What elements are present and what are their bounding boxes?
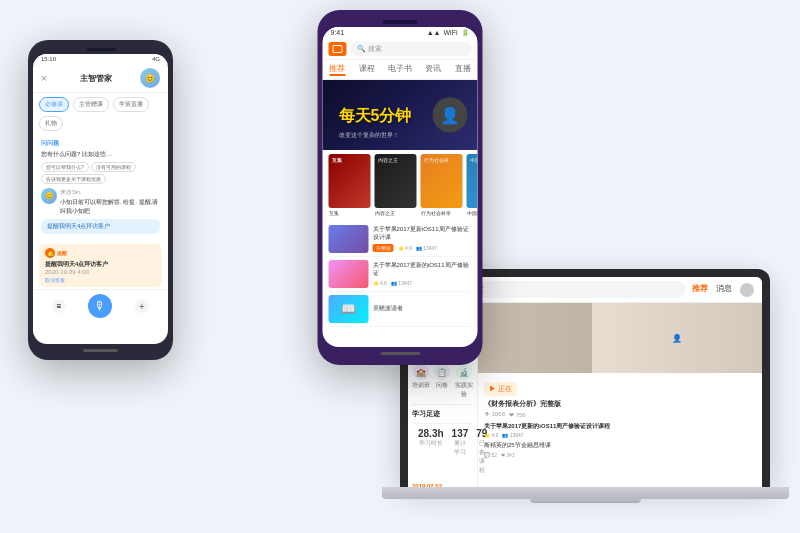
laptop-nav: 推荐 消息: [692, 283, 754, 297]
stats-section: 学习足迹 28.3h 学习时长 137 累计学习 79: [412, 404, 473, 479]
course-info-2: 关于苹果2017更新的iOS11周产修验证 ⭐ 4.6 👥 13947: [373, 262, 472, 286]
course-item-2: 斯精英的25节金融思维课: [484, 441, 756, 449]
practice-icon: 🔬: [456, 364, 472, 380]
tab-required[interactable]: 必修课: [39, 97, 69, 112]
search-icon: 🔍: [357, 45, 366, 53]
reminder-time: 2020-10-29 4:00: [45, 269, 156, 275]
laptop-main: 👤 ▶ 正在 《财务报表分析》完整版 👁 1066 ❤ 756 关于苹果2017…: [478, 303, 762, 487]
plus-button[interactable]: +: [135, 299, 149, 313]
phone-left-screen: 15:10 4G × 主智管家 😊 必修课 主管赠课 学策直播 礼物 问问题: [33, 54, 168, 344]
phone-right-home-bar: [323, 352, 478, 355]
nav-ebook[interactable]: 电子书: [388, 63, 412, 76]
sidebar-practice[interactable]: 🔬 实践实验: [455, 364, 473, 399]
nav-recommend[interactable]: 推荐: [329, 63, 345, 76]
mic-button[interactable]: 🎙: [88, 294, 112, 318]
book-3[interactable]: 行为社会科 行为社会科学: [421, 154, 463, 216]
logo-icon: [333, 45, 343, 53]
training-icon: 🏫: [413, 364, 429, 380]
phone-left-network: 4G: [152, 56, 160, 62]
book-title-1: 互集: [329, 210, 371, 216]
banner-person-label: 👤: [672, 334, 682, 343]
course-item-2[interactable]: 关于苹果2017更新的iOS11周产修验证 ⭐ 4.6 👥 13947: [329, 257, 472, 292]
banner-subtitle: 改变这个复杂的世界！: [331, 131, 420, 144]
course-thumb-icon-3: 📖: [341, 302, 356, 316]
course-rating-2: ⭐ 4.6: [373, 280, 387, 286]
laptop-nav-message[interactable]: 消息: [716, 283, 732, 297]
phone-right-books: 互集 互集 内容之王 内容之王 行为社会科 行为社会科学: [323, 150, 478, 220]
course-rating-1: ⭐ 4.9: [398, 245, 412, 251]
phone-right-nav: 推荐 课程 电子书 资讯 直播: [323, 60, 478, 80]
course-thumb-3: 📖: [329, 295, 369, 323]
featured-badge: ▶ 正在: [484, 382, 517, 396]
course-tag-1: 完整版: [373, 244, 394, 252]
question-label: 问问题: [41, 139, 160, 148]
nav-news[interactable]: 资讯: [425, 63, 441, 76]
timeline-section: 2019.02.02 09:20 如何把注意力的传统特点 20:30 实体小技巧…: [412, 479, 473, 487]
sidebar-training[interactable]: 🏫 培训班: [412, 364, 430, 399]
phone-right-speaker: [323, 20, 478, 24]
wifi-icon: WiFi: [444, 29, 458, 37]
plus-icon: +: [139, 301, 145, 312]
left-speaker-bar: [86, 48, 116, 51]
course-item-3[interactable]: 📖 吴晓波读者: [329, 292, 472, 327]
course-title-3: 吴晓波读者: [373, 305, 472, 313]
banner-title: 每天5分钟: [331, 102, 420, 131]
featured-course-meta: 👁 1066 ❤ 756: [484, 411, 756, 418]
phone-left-shell: 15:10 4G × 主智管家 😊 必修课 主管赠课 学策直播 礼物 问问题: [28, 40, 173, 360]
banner-person: 👤: [592, 303, 762, 373]
laptop-banner-image: 👤: [478, 303, 762, 373]
book-2[interactable]: 内容之王 内容之王: [375, 154, 417, 216]
book-title-3: 行为社会科学: [421, 210, 463, 216]
book-cover-2: 内容之王: [375, 154, 417, 208]
phone-right-header: 🔍 搜索: [323, 39, 478, 60]
laptop-banner: 👤: [478, 303, 762, 373]
battery-icon: 🔋: [461, 29, 470, 37]
laptop-nav-recommend[interactable]: 推荐: [692, 283, 708, 297]
book-cover-3: 行为社会科: [421, 154, 463, 208]
banner-content: 每天5分钟 改变这个复杂的世界！: [323, 96, 428, 150]
close-icon[interactable]: ×: [41, 73, 51, 83]
laptop-base: [382, 487, 789, 499]
phone-left-home-bar: [33, 349, 168, 352]
menu-icon[interactable]: ≡: [52, 299, 66, 313]
phone-right-search[interactable]: 🔍 搜索: [351, 42, 472, 56]
survey-label: 问卷: [436, 381, 448, 390]
stat-hours: 28.3h 学习时长: [418, 428, 444, 475]
banner-avatar-icon: 👤: [440, 106, 460, 125]
course-students-1: 👥 13947: [416, 245, 437, 251]
book-cover-1: 互集: [329, 154, 371, 208]
assistant-msg-avatar: 😊: [41, 188, 57, 204]
nav-live[interactable]: 直播: [455, 63, 471, 76]
assistant-name-label: 来自Siri 小知日前可以帮您解答. 给提. 提醒,请叫我小知吧: [60, 188, 160, 215]
book-4[interactable]: 中国的崛 中国的崛起: [467, 154, 478, 216]
nav-course[interactable]: 课程: [359, 63, 375, 76]
phone-left-status: 15:10 4G: [33, 54, 168, 64]
course-thumb-1: [329, 225, 369, 253]
phone-left-speaker: [33, 48, 168, 51]
course-item-1[interactable]: 关于苹果2017更新iOS11周产修验证设计课 完整版 ⭐ 4.9 👥 1394…: [329, 222, 472, 257]
search-placeholder: 搜索: [368, 44, 382, 54]
phone-left-tabs: 必修课 主管赠课 学策直播 礼物: [33, 93, 168, 135]
book-1[interactable]: 互集 互集: [329, 154, 371, 216]
chip-1[interactable]: 您可以帮我什么?: [41, 162, 89, 172]
tab-community[interactable]: 礼物: [39, 116, 63, 131]
stat-total: 137 累计学习: [452, 428, 469, 475]
phone-left-header: × 主智管家 😊: [33, 64, 168, 93]
chip-2[interactable]: 没有可用的课程: [91, 162, 136, 172]
book-title-2: 内容之王: [375, 210, 417, 216]
phone-right-status-icons: ▲▲ WiFi 🔋: [427, 29, 470, 37]
highlight-bubble[interactable]: 提醒我明天4点拜访客户: [41, 219, 160, 234]
chip-3[interactable]: 告诉我更多关于课程优惠: [41, 174, 106, 184]
home-bar: [380, 352, 420, 355]
reminder-action[interactable]: 取消答案: [45, 277, 156, 283]
tab-gift[interactable]: 主管赠课: [73, 97, 109, 112]
banner-avatar: 👤: [433, 98, 468, 133]
course-item-1: 关于苹果2017更新的iOS11周产修验证设计课程: [484, 422, 756, 430]
course-meta-2: ⭐ 4.6 👥 13947: [373, 280, 472, 286]
course-title-2: 关于苹果2017更新的iOS11周产修验证: [373, 262, 472, 278]
stats-row: 28.3h 学习时长 137 累计学习 79 已参课程: [412, 423, 473, 479]
sidebar-survey[interactable]: 📋 问卷: [433, 364, 451, 399]
tab-live[interactable]: 学策直播: [113, 97, 149, 112]
course-meta-1: 完整版 ⭐ 4.9 👥 13947: [373, 244, 472, 252]
course-item-1-meta: ⭐ 4.9👥 13947: [484, 432, 756, 438]
